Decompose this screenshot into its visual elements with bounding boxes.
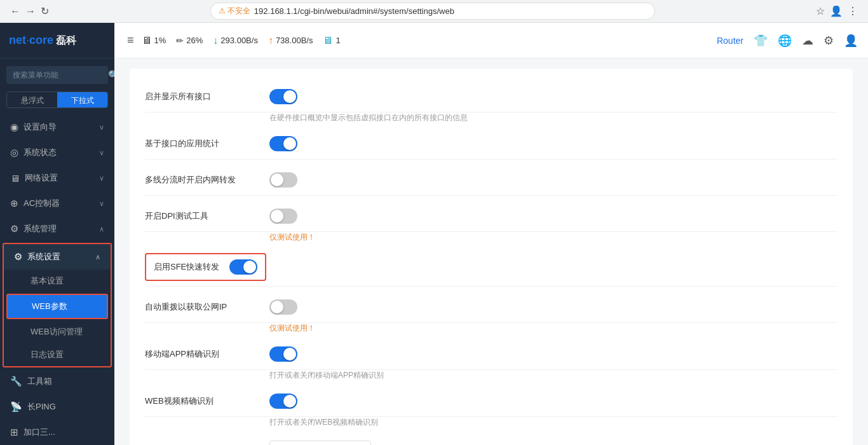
logo: net·core磊科 [9,34,76,48]
toggle-interface-app-stats[interactable] [269,136,297,151]
select-table-rows[interactable]: 10 20 50 100 [269,441,371,445]
sidebar: net·core磊科 🔍 悬浮式 下拉式 ◉ 设置向导 ∨ ◎ 系 [0,23,114,445]
form-row-table-rows: * 表格每页显示行数 10 20 50 100 [145,433,837,445]
cloud-upload-icon[interactable]: ☁ [802,34,813,48]
sidebar-sub-basic-settings[interactable]: 基本设置 [4,270,111,292]
up-speed: 738.00B/s [276,36,313,45]
hint-dpi-test: 仅测试使用！ [269,232,837,248]
network-icon: 🖥 [10,173,20,184]
setup-guide-icon: ◉ [10,121,18,133]
sidebar-item-toolbox[interactable]: 🔧 工具箱 [0,369,114,394]
chevron-icon: ∧ [99,225,104,233]
upload-arrow-icon: ↑ [268,35,273,46]
label-show-all-interfaces: 启并显示所有接口 [145,91,259,102]
chevron-icon: ∨ [99,174,104,182]
settings-section: 启并显示所有接口 在硬件接口概览中显示包括虚拟接口在内的所有接口的信息 基于接口… [130,69,853,445]
form-row-multiline-forward: 多线分流时开启内网转发 [145,165,837,196]
security-icon: ⚠ 不安全 [219,6,250,17]
url-bar[interactable]: 192.168.1.1/cgi-bin/webui/admin#/system/… [254,6,647,16]
tab-float[interactable]: 悬浮式 [7,92,57,107]
toolbox-icon: 🔧 [10,376,22,387]
sidebar-item-system-status[interactable]: ◎ 系统状态 ∨ [0,140,114,165]
down-speed: 293.00B/s [220,36,258,45]
sidebar-label-system-mgmt: 系统管理 [24,223,57,235]
toggle-sfe-fast-forward[interactable] [229,259,257,275]
screen-count: 1 [336,36,340,45]
menu-dots-icon[interactable]: ⋮ [848,5,858,17]
hamburger-menu-icon[interactable]: ≡ [125,31,137,50]
sidebar-item-system-settings[interactable]: ⚙ 系统设置 ∧ [4,244,111,270]
download-arrow-icon: ↓ [213,35,218,46]
hint-mobile-app: 打开或者关闭移动端APP精确识别 [269,370,837,386]
chevron-icon: ∧ [95,253,100,261]
label-web-video: WEB视频精确识别 [145,395,259,407]
chevron-icon: ∨ [99,149,104,157]
label-auto-redial: 自动重拨以获取公网IP [145,301,259,313]
sidebar-item-setup-guide[interactable]: ◉ 设置向导 ∨ [0,114,114,140]
search-icon[interactable]: 🔍 [108,70,114,80]
ac-icon: ⊕ [10,198,18,209]
nav-tabs: 悬浮式 下拉式 [6,92,108,108]
label-dpi-test: 开启DPI测试工具 [145,210,259,222]
sfe-highlight-box: 启用SFE快速转发 [145,253,266,281]
sidebar-label-long-ping: 长PING [27,401,56,413]
sidebar-label-toolbox: 工具箱 [27,376,52,387]
label-mobile-app: 移动端APP精确识别 [145,348,259,360]
label-multiline-forward: 多线分流时开启内网转发 [145,174,259,186]
hint-auto-redial: 仅测试使用！ [269,323,837,339]
sidebar-label-system-settings: 系统设置 [27,251,60,263]
nav-group: ◉ 设置向导 ∨ ◎ 系统状态 ∨ 🖥 网络设置 ∨ [0,114,114,445]
shirt-icon[interactable]: 👕 [754,34,768,48]
system-settings-icon: ⚙ [14,251,22,263]
toggle-web-video[interactable] [269,394,297,409]
sidebar-sub-web-params[interactable]: WEB参数 [8,295,107,318]
hint-web-video: 打开或者关闭WEB视频精确识别 [269,417,837,433]
user-icon[interactable]: 👤 [844,34,858,48]
toggle-show-all-interfaces[interactable] [269,89,297,104]
system-status-icon: ◎ [10,147,18,158]
memory-stat: 26% [186,36,203,45]
main-content: 启并显示所有接口 在硬件接口概览中显示包括虚拟接口在内的所有接口的信息 基于接口… [114,58,868,445]
cpu-icon: 🖥 [142,35,152,46]
search-input[interactable] [13,71,108,79]
bookmark-icon[interactable]: ☆ [816,5,825,17]
system-mgmt-icon: ⚙ [10,223,18,235]
toggle-dpi-test[interactable] [269,209,297,224]
form-row-auto-redial: 自动重拨以获取公网IP [145,292,837,323]
sidebar-item-network-settings[interactable]: 🖥 网络设置 ∨ [0,165,114,191]
form-row-show-all-interfaces: 启并显示所有接口 [145,81,837,113]
toggle-mobile-app[interactable] [269,346,297,362]
sidebar-sub-log-settings[interactable]: 日志设置 [4,343,111,366]
toggle-auto-redial[interactable] [269,299,297,315]
refresh-button[interactable]: ↻ [41,5,49,17]
stats-bar: 🖥 1% ✏ 26% ↓ 293.00B/s ↑ 738.00B/s [142,35,341,46]
sidebar-label-network: 网络设置 [25,172,58,184]
back-button[interactable]: ← [10,6,20,17]
form-row-web-video: WEB视频精确识别 [145,386,837,417]
sidebar-item-system-management[interactable]: ⚙ 系统管理 ∧ [0,216,114,242]
toggle-multiline-forward[interactable] [269,172,297,188]
label-sfe-fast-forward: 启用SFE快速转发 [154,261,219,273]
forward-button[interactable]: → [25,6,36,17]
chevron-icon: ∨ [99,123,104,132]
gear-icon[interactable]: ⚙ [824,34,834,48]
globe-icon[interactable]: 🌐 [778,34,792,48]
hint-show-all-interfaces: 在硬件接口概览中显示包括虚拟接口在内的所有接口的信息 [269,113,837,128]
label-interface-app-stats: 基于接口的应用统计 [145,138,259,149]
search-box[interactable]: 🔍 [6,66,108,84]
form-row-sfe-fast-forward: 启用SFE快速转发 [145,248,837,287]
sidebar-label-more: 加口三... [24,427,55,438]
sidebar-item-long-ping[interactable]: 📡 长PING [0,394,114,420]
profile-icon[interactable]: 👤 [830,5,843,17]
sidebar-label-system-status: 系统状态 [24,147,57,158]
sidebar-label-ac: AC控制器 [24,198,60,209]
form-row-interface-app-stats: 基于接口的应用统计 [145,128,837,160]
topbar-right: Router 👕 🌐 ☁ ⚙ 👤 [717,34,858,48]
sidebar-item-ac-controller[interactable]: ⊕ AC控制器 ∨ [0,191,114,216]
form-row-mobile-app: 移动端APP精确识别 [145,339,837,370]
tab-dropdown[interactable]: 下拉式 [57,92,107,107]
sidebar-item-more[interactable]: ⊞ 加口三... [0,420,114,445]
sidebar-sub-web-access[interactable]: WEB访问管理 [4,320,111,343]
chevron-icon: ∨ [99,200,104,208]
form-row-dpi-test: 开启DPI测试工具 [145,201,837,232]
